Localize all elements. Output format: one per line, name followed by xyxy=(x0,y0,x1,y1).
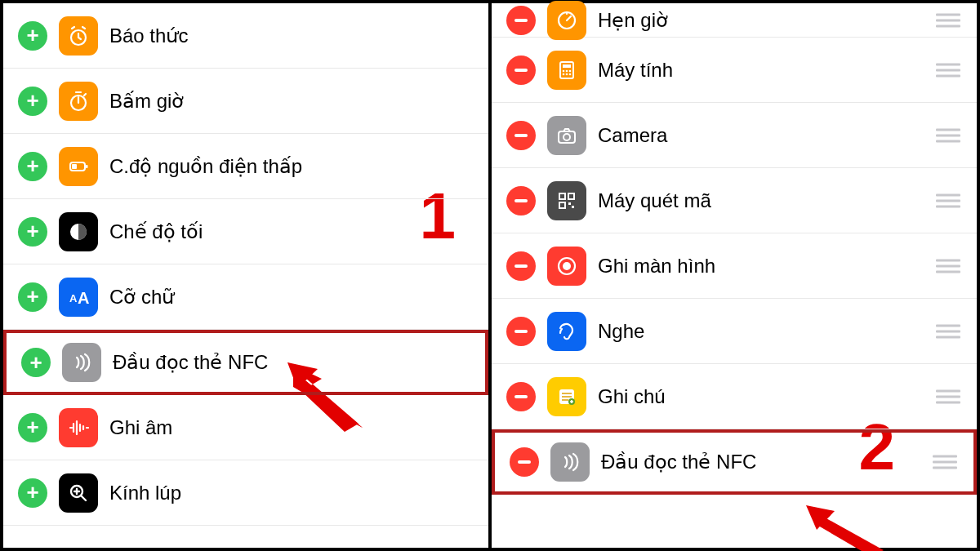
drag-handle-icon[interactable] xyxy=(936,63,960,77)
left-panel: 1 +Báo thức+Bấm giờ+C.độ nguồn điện thấp… xyxy=(0,0,490,551)
add-button[interactable]: + xyxy=(18,478,47,508)
right-row-7[interactable]: Đầu đọc thẻ NFC xyxy=(492,429,977,495)
svg-marker-12 xyxy=(810,509,884,551)
magnifier-icon xyxy=(59,473,98,513)
battery-icon xyxy=(59,147,98,186)
item-label: Kính lúp xyxy=(109,482,181,504)
left-row-3[interactable]: +Chế độ tối xyxy=(3,199,488,264)
drag-handle-icon[interactable] xyxy=(936,193,960,207)
svg-text:A: A xyxy=(78,289,89,307)
svg-point-21 xyxy=(569,73,572,75)
add-button[interactable]: + xyxy=(18,282,47,312)
item-label: C.độ nguồn điện thấp xyxy=(109,155,302,178)
item-label: Báo thức xyxy=(109,24,188,47)
drag-handle-icon[interactable] xyxy=(933,455,957,469)
left-row-6[interactable]: +Ghi âm xyxy=(3,395,488,460)
item-label: Chế độ tối xyxy=(109,220,203,243)
svg-point-17 xyxy=(566,69,568,72)
camera-icon xyxy=(547,116,586,155)
nfc-icon xyxy=(550,442,590,482)
left-row-2[interactable]: +C.độ nguồn điện thấp xyxy=(3,134,488,199)
add-button[interactable]: + xyxy=(18,87,47,116)
right-row-0[interactable]: Hẹn giờ xyxy=(492,3,977,38)
svg-point-20 xyxy=(566,73,568,75)
svg-text:A: A xyxy=(69,292,78,304)
arrow-2 xyxy=(794,493,892,551)
svg-point-18 xyxy=(569,69,572,72)
drag-handle-icon[interactable] xyxy=(936,324,960,338)
remove-button[interactable] xyxy=(506,382,536,411)
left-row-0[interactable]: +Báo thức xyxy=(3,3,488,69)
item-label: Hẹn giờ xyxy=(598,9,668,32)
svg-rect-5 xyxy=(86,165,88,168)
soundwave-icon xyxy=(59,408,98,447)
remove-button[interactable] xyxy=(506,6,536,35)
svg-rect-6 xyxy=(72,164,77,169)
remove-button[interactable] xyxy=(506,121,536,150)
svg-marker-11 xyxy=(806,505,835,530)
item-label: Máy quét mã xyxy=(598,189,711,212)
add-button[interactable]: + xyxy=(18,413,47,442)
add-button[interactable]: + xyxy=(18,217,47,247)
qr-icon xyxy=(547,181,586,220)
drag-handle-icon[interactable] xyxy=(936,128,960,142)
remove-button[interactable] xyxy=(506,56,536,85)
item-label: Ghi màn hình xyxy=(598,255,715,278)
item-label: Ghi chú xyxy=(598,385,666,408)
svg-rect-27 xyxy=(568,202,571,205)
item-label: Đầu đọc thẻ NFC xyxy=(113,351,268,374)
add-button[interactable]: + xyxy=(18,21,47,51)
right-row-5[interactable]: Nghe xyxy=(492,299,977,364)
svg-rect-25 xyxy=(568,193,574,199)
remove-button[interactable] xyxy=(506,186,536,216)
item-label: Cỡ chữ xyxy=(109,286,174,309)
dark-icon xyxy=(59,212,98,251)
add-button[interactable]: + xyxy=(18,152,47,181)
svg-rect-24 xyxy=(559,193,565,199)
right-row-2[interactable]: Camera xyxy=(492,103,977,168)
add-button[interactable]: + xyxy=(21,348,51,377)
drag-handle-icon[interactable] xyxy=(936,259,960,273)
notes-icon xyxy=(547,377,586,416)
item-label: Đầu đọc thẻ NFC xyxy=(601,451,756,473)
remove-button[interactable] xyxy=(506,317,536,346)
right-row-1[interactable]: Máy tính xyxy=(492,38,977,103)
record-icon xyxy=(547,247,586,286)
left-row-5[interactable]: +Đầu đọc thẻ NFC xyxy=(3,330,488,395)
remove-button[interactable] xyxy=(510,447,539,477)
item-label: Ghi âm xyxy=(109,416,172,439)
svg-rect-26 xyxy=(559,202,565,208)
hearing-icon xyxy=(547,312,586,351)
drag-handle-icon[interactable] xyxy=(936,389,960,403)
svg-rect-15 xyxy=(563,64,571,68)
right-row-4[interactable]: Ghi màn hình xyxy=(492,233,977,299)
right-row-3[interactable]: Máy quét mã xyxy=(492,168,977,233)
item-label: Camera xyxy=(598,124,667,147)
timer-icon xyxy=(547,1,586,40)
right-panel: 2 Hẹn giờMáy tínhCameraMáy quét mãGhi mà… xyxy=(490,0,980,551)
left-row-7[interactable]: +Kính lúp xyxy=(3,460,488,526)
left-row-1[interactable]: +Bấm giờ xyxy=(3,69,488,134)
remove-button[interactable] xyxy=(506,251,536,281)
svg-rect-28 xyxy=(572,206,574,208)
item-label: Bấm giờ xyxy=(109,90,184,113)
item-label: Máy tính xyxy=(598,59,673,82)
nfc-icon xyxy=(62,343,101,382)
right-row-6[interactable]: Ghi chú xyxy=(492,364,977,429)
alarm-icon xyxy=(59,16,98,56)
item-label: Nghe xyxy=(598,320,644,343)
left-row-4[interactable]: +AACỡ chữ xyxy=(3,264,488,330)
svg-point-30 xyxy=(563,262,571,270)
textsize-icon: AA xyxy=(59,278,98,317)
drag-handle-icon[interactable] xyxy=(936,13,960,27)
svg-point-23 xyxy=(564,134,570,140)
svg-point-16 xyxy=(563,69,565,72)
calculator-icon xyxy=(547,51,586,90)
stopwatch-icon xyxy=(59,82,98,121)
svg-point-19 xyxy=(563,73,565,75)
